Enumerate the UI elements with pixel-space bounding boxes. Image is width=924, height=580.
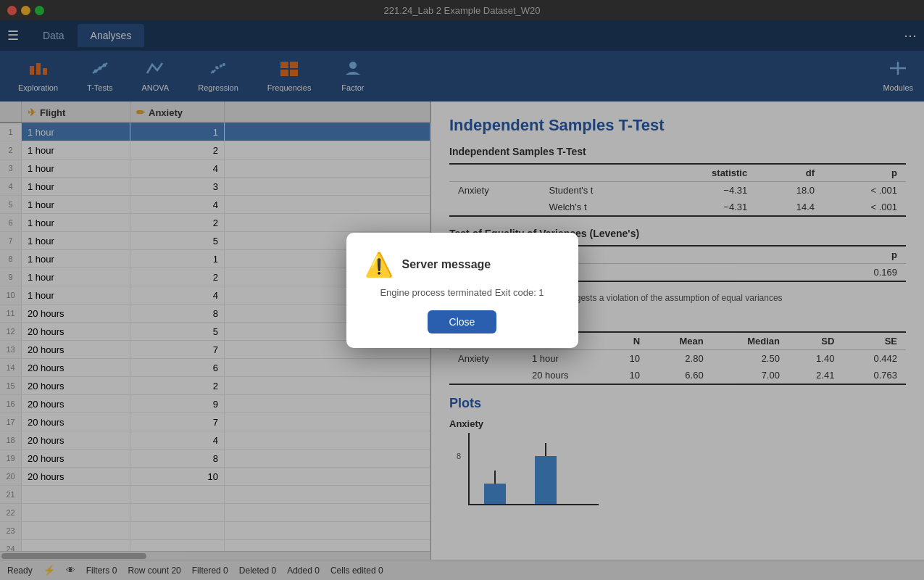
modal-overlay: ⚠️ Server message Engine process termina… bbox=[0, 0, 924, 580]
modal-dialog: ⚠️ Server message Engine process termina… bbox=[346, 233, 578, 348]
warning-icon: ⚠️ bbox=[365, 251, 394, 278]
modal-close-button[interactable]: Close bbox=[428, 310, 497, 334]
modal-title: Server message bbox=[402, 258, 491, 271]
modal-header: ⚠️ Server message bbox=[365, 251, 560, 278]
modal-message: Engine process terminated Exit code: 1 bbox=[365, 287, 560, 298]
